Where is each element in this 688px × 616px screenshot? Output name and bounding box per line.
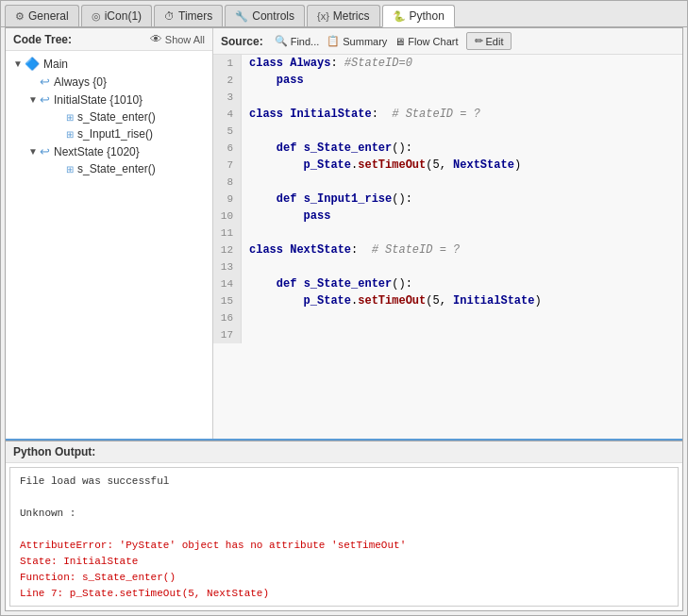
tree-node-ns-state-enter[interactable]: ⊞ s_State_enter() xyxy=(6,160,212,177)
code-line: 6 def s_State_enter(): xyxy=(213,140,682,157)
tree-node-always[interactable]: ↩ Always {0} xyxy=(6,73,212,91)
upper-section: Code Tree: 👁 Show All ▼ 🔷 Main xyxy=(6,28,682,441)
tree-node-initial-state[interactable]: ▼ ↩ InitialState {1010} xyxy=(6,91,212,108)
tree-node-s-input1-rise[interactable]: ⊞ s_Input1_rise() xyxy=(6,125,212,142)
line-number: 7 xyxy=(213,157,242,174)
output-line: Line 7: p_State.setTimeOut(5, NextState) xyxy=(20,586,668,602)
line-number: 6 xyxy=(213,140,242,157)
output-section: Python Output: File load was successful … xyxy=(6,441,682,610)
eye-icon: 👁 xyxy=(150,32,162,46)
code-line: 7 p_State.setTimeOut(5, NextState) xyxy=(213,157,682,174)
line-content xyxy=(242,326,682,343)
code-line: 13 xyxy=(213,258,682,275)
line-number: 12 xyxy=(213,241,242,258)
code-line: 9 def s_Input1_rise(): xyxy=(213,191,682,208)
method-icon: ⊞ xyxy=(66,164,74,175)
tab-python-label: Python xyxy=(410,9,445,23)
line-content: pass xyxy=(242,72,682,89)
timers-icon: ⏱ xyxy=(164,10,175,22)
tab-timers-label: Timers xyxy=(178,9,212,23)
find-label: Find... xyxy=(291,36,320,47)
arrow-icon: ▼ xyxy=(13,58,23,69)
line-content: p_State.setTimeOut(5, InitialState) xyxy=(242,292,682,309)
tab-controls[interactable]: 🔧 Controls xyxy=(225,5,305,26)
tree-label-initial-state: InitialState {1010} xyxy=(54,93,143,107)
code-line: 17 xyxy=(213,326,682,343)
line-content: def s_State_enter(): xyxy=(242,140,682,157)
line-content xyxy=(242,123,682,140)
edit-button[interactable]: ✏ Edit xyxy=(466,32,512,50)
code-tree-panel: Code Tree: 👁 Show All ▼ 🔷 Main xyxy=(6,28,213,439)
code-tree-label: Code Tree: xyxy=(13,33,72,46)
tab-python[interactable]: 🐍 Python xyxy=(382,5,455,27)
code-tree-header: Code Tree: 👁 Show All xyxy=(6,28,212,51)
show-all-button[interactable]: 👁 Show All xyxy=(150,32,205,46)
tree-label-next-state: NextState {1020} xyxy=(54,145,140,158)
tree-label-s-input1-rise: s_Input1_rise() xyxy=(77,127,153,141)
line-number: 13 xyxy=(213,258,242,275)
code-line: 1class Always: #StateID=0 xyxy=(213,55,682,72)
code-line: 8 xyxy=(213,174,682,191)
line-number: 5 xyxy=(213,123,242,140)
flowchart-button[interactable]: 🖥 Flow Chart xyxy=(394,36,458,47)
line-content xyxy=(242,258,682,275)
python-icon: 🐍 xyxy=(393,10,406,23)
tree-label-s-state-enter: s_State_enter() xyxy=(77,110,156,124)
code-editor[interactable]: 1class Always: #StateID=02 pass3 4class … xyxy=(213,55,682,439)
tree-node-next-state[interactable]: ▼ ↩ NextState {1020} xyxy=(6,142,212,160)
line-content: class NextState: # StateID = ? xyxy=(242,241,682,258)
line-content: def s_State_enter(): xyxy=(242,275,682,292)
source-label: Source: xyxy=(221,35,263,48)
line-content: p_State.setTimeOut(5, NextState) xyxy=(242,157,682,174)
icon-icon: ◎ xyxy=(92,10,101,23)
find-button[interactable]: 🔍 Find... xyxy=(275,35,320,47)
line-number: 10 xyxy=(213,208,242,225)
summary-icon: 📋 xyxy=(327,35,340,47)
tab-icon[interactable]: ◎ iCon(1) xyxy=(81,5,152,26)
source-panel: Source: 🔍 Find... 📋 Summary 🖥 Flow Chart xyxy=(213,28,682,439)
edit-icon: ✏ xyxy=(475,35,483,47)
summary-label: Summary xyxy=(343,36,387,47)
metrics-icon: {x} xyxy=(317,10,329,22)
tab-metrics[interactable]: {x} Metrics xyxy=(307,5,380,26)
line-number: 11 xyxy=(213,225,242,241)
output-line: AttributeError: 'PyState' object has no … xyxy=(20,538,668,554)
tree-node-s-state-enter[interactable]: ⊞ s_State_enter() xyxy=(6,108,212,125)
line-number: 14 xyxy=(213,275,242,292)
arrow-icon: ▼ xyxy=(28,146,38,157)
line-number: 9 xyxy=(213,191,242,208)
code-line: 16 xyxy=(213,309,682,326)
flowchart-label: Flow Chart xyxy=(408,36,458,47)
line-number: 4 xyxy=(213,106,242,123)
line-content: pass xyxy=(242,208,682,225)
line-content xyxy=(242,89,682,106)
output-line: State: InitialState xyxy=(20,554,668,570)
tab-general-label: General xyxy=(28,9,69,23)
line-number: 2 xyxy=(213,72,242,89)
tree-label-always: Always {0} xyxy=(54,75,107,89)
output-line xyxy=(20,490,668,506)
tab-icon-label: iCon(1) xyxy=(105,9,142,23)
flowchart-icon: 🖥 xyxy=(394,36,405,47)
output-line: Unknown : xyxy=(20,506,668,522)
line-content xyxy=(242,225,682,241)
show-all-label: Show All xyxy=(165,34,205,45)
line-number: 1 xyxy=(213,55,242,72)
output-content[interactable]: File load was successful Unknown : Attri… xyxy=(9,467,679,607)
summary-button[interactable]: 📋 Summary xyxy=(327,35,387,47)
tab-timers[interactable]: ⏱ Timers xyxy=(154,5,223,26)
tab-metrics-label: Metrics xyxy=(333,9,370,23)
output-header: Python Output: xyxy=(6,441,682,463)
line-content: class InitialState: # StateID = ? xyxy=(242,106,682,123)
edit-label: Edit xyxy=(486,36,504,47)
line-number: 17 xyxy=(213,326,242,343)
line-content: def s_Input1_rise(): xyxy=(242,191,682,208)
state-icon: ↩ xyxy=(40,92,50,107)
tree-node-main[interactable]: ▼ 🔷 Main xyxy=(6,55,212,73)
tab-general[interactable]: ⚙ General xyxy=(5,5,79,26)
tree-content: ▼ 🔷 Main ↩ Always {0} ▼ ↩ InitialS xyxy=(6,51,212,439)
line-number: 15 xyxy=(213,292,242,309)
state-icon: ↩ xyxy=(40,75,50,89)
line-content xyxy=(242,174,682,191)
code-line: 14 def s_State_enter(): xyxy=(213,275,682,292)
